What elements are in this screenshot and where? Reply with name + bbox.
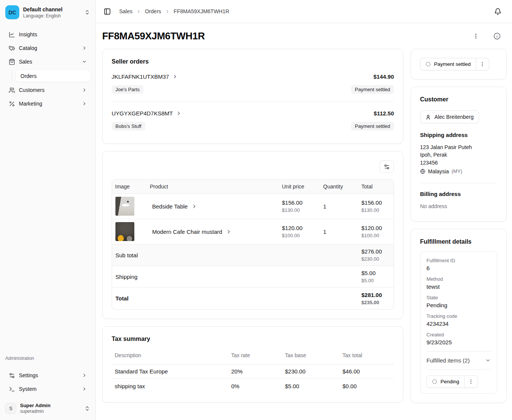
breadcrumb-order-code: FF8MA59XJM6TWH1R — [174, 8, 229, 14]
fulfillment-state-button[interactable]: Pending — [427, 376, 464, 387]
channel-avatar: DC — [5, 5, 19, 19]
sidebar-item-system[interactable]: System — [5, 383, 91, 395]
address-line: Ipoh, Perak — [420, 151, 497, 159]
chevron-right-icon — [176, 110, 182, 116]
sidebar-item-catalog[interactable]: Catalog — [5, 42, 91, 54]
field-label: Tracking code — [426, 313, 491, 319]
breadcrumb-sales[interactable]: Sales — [119, 8, 132, 14]
fulfillment-box: Fulfillment ID 6 Method tewst State Pend… — [420, 251, 497, 394]
shipping-address: 123 Jalan Pasir Puteh Ipoh, Perak 123456… — [420, 143, 497, 175]
product-image-cafe-chair — [115, 222, 134, 241]
user-role: superadmin — [20, 409, 81, 414]
sidebar-toggle-button[interactable] — [102, 6, 112, 17]
page-info-button[interactable] — [492, 31, 502, 41]
col-header-tax-total: Tax total — [339, 352, 394, 358]
chevrons-up-down-icon — [84, 9, 90, 15]
product-link[interactable]: Bedside Table — [150, 203, 276, 210]
billing-address-empty: No address — [420, 202, 497, 210]
chevron-right-icon — [82, 386, 87, 392]
customer-title: Customer — [420, 96, 497, 103]
sidebar-item-label: Settings — [19, 372, 78, 378]
users-icon — [8, 87, 15, 93]
payment-status-badge: Payment settled — [351, 85, 394, 94]
field-label: Created — [426, 332, 491, 338]
fulfillment-state-menu-button[interactable] — [464, 376, 478, 387]
fulfillment-title: Fulfillment details — [420, 238, 497, 245]
tax-rate: 20% — [228, 368, 282, 375]
fulfillment-field: State Pending — [426, 295, 491, 308]
admin-section-label: Administration — [5, 356, 91, 361]
shipping-label: Shipping — [112, 271, 358, 283]
sidebar-item-customers[interactable]: Customers — [5, 84, 91, 96]
user-menu[interactable]: S Super Admin superadmin — [5, 402, 91, 415]
bell-icon — [494, 8, 501, 15]
seller-order-total: $112.50 — [374, 110, 394, 117]
field-label: Method — [426, 276, 491, 282]
sidebar-item-label: Orders — [20, 73, 37, 79]
table-row: Modern Cafe Chair mustard $120.00 $100.0… — [112, 219, 394, 244]
country-name: Malaysia — [428, 168, 449, 175]
seller-order-link[interactable]: UYGYXGEP4D7KS8MT — [112, 110, 182, 117]
tags-icon — [8, 45, 15, 51]
subtotal-row: Sub total $276.00 $230.00 — [112, 244, 394, 266]
seller-order-link[interactable]: JKLFAFNK1UTXBM37 — [112, 73, 178, 80]
state-dashed-circle-icon — [432, 379, 437, 384]
divider — [426, 351, 491, 352]
fulfillment-field: Created 9/23/2025 — [426, 332, 491, 345]
sidebar-item-orders[interactable]: Orders — [16, 70, 91, 82]
state-dashed-circle-icon — [425, 61, 431, 67]
tax-summary-title: Tax summary — [112, 336, 394, 342]
tax-description: shipping tax — [112, 383, 228, 389]
topbar: Sales Orders FF8MA59XJM6TWH1R — [96, 0, 512, 23]
col-header-tax-base: Tax base — [282, 352, 339, 358]
chevron-right-icon — [136, 9, 141, 14]
sidebar-item-settings[interactable]: Settings — [5, 369, 91, 381]
page-actions-menu-button[interactable] — [471, 31, 481, 41]
subtotal-gross: $276.00 — [361, 248, 391, 255]
fulfillment-state-label: Pending — [440, 379, 459, 384]
fulfilled-items-toggle[interactable]: Fulfilled items (2) — [426, 357, 491, 364]
unit-price-net: $130.00 — [282, 207, 317, 213]
line-total-net: $100.00 — [361, 233, 391, 238]
tax-row: Standard Tax Europe 20% $230.00 $46.00 — [112, 364, 394, 379]
field-label: State — [426, 295, 491, 300]
order-items-card: Image Product Unit price Quantity Total … — [102, 151, 403, 319]
sidebar-item-sales[interactable]: Sales — [5, 56, 91, 68]
chevron-down-icon — [485, 358, 491, 363]
country-code: (MY) — [451, 168, 462, 175]
payment-status-badge: Payment settled — [351, 122, 394, 131]
channel-language: Language: English — [23, 13, 81, 19]
line-total-net: $130.00 — [361, 207, 391, 213]
seller-order-code: JKLFAFNK1UTXBM37 — [112, 73, 169, 80]
user-icon — [425, 114, 431, 120]
shipping-gross: $5.00 — [361, 270, 391, 276]
payment-state-menu-button[interactable] — [476, 58, 489, 70]
fulfillment-state-split-button: Pending — [426, 375, 478, 388]
channel-switcher[interactable]: DC Default channel Language: English — [5, 5, 91, 20]
product-image-bedside-table — [115, 197, 134, 216]
field-label: Fulfillment ID — [426, 258, 491, 263]
sidebar-item-insights[interactable]: Insights — [5, 28, 91, 40]
payment-state-button[interactable]: Payment settled — [420, 58, 476, 70]
payment-state-split-button: Payment settled — [420, 58, 489, 70]
customer-link-button[interactable]: Alec Breitenberg — [420, 110, 479, 123]
sidebar-item-label: Sales — [19, 59, 78, 65]
table-row: Bedside Table $156.00 $130.00 1 — [112, 194, 394, 219]
breadcrumb-orders[interactable]: Orders — [145, 8, 161, 14]
quantity-value: 1 — [320, 200, 358, 213]
unit-price-net: $100.00 — [282, 233, 317, 238]
col-header-total: Total — [358, 184, 394, 190]
tax-rate: 0% — [228, 383, 282, 389]
sidebar-item-marketing[interactable]: Marketing — [5, 98, 91, 110]
notifications-button[interactable] — [493, 6, 503, 17]
customer-card: Customer Alec Breitenberg Shipping addre… — [411, 87, 507, 222]
fulfillment-field: Tracking code 4234234 — [426, 313, 491, 327]
table-display-settings-button[interactable] — [380, 160, 394, 173]
sales-subnav: Orders — [12, 70, 91, 82]
sidebar-item-label: Marketing — [19, 101, 78, 107]
product-link[interactable]: Modern Cafe Chair mustard — [150, 229, 276, 235]
field-value: 6 — [426, 265, 491, 271]
chevron-right-icon — [226, 229, 232, 235]
chevron-right-icon — [82, 45, 87, 51]
channel-name: Default channel — [23, 6, 81, 12]
